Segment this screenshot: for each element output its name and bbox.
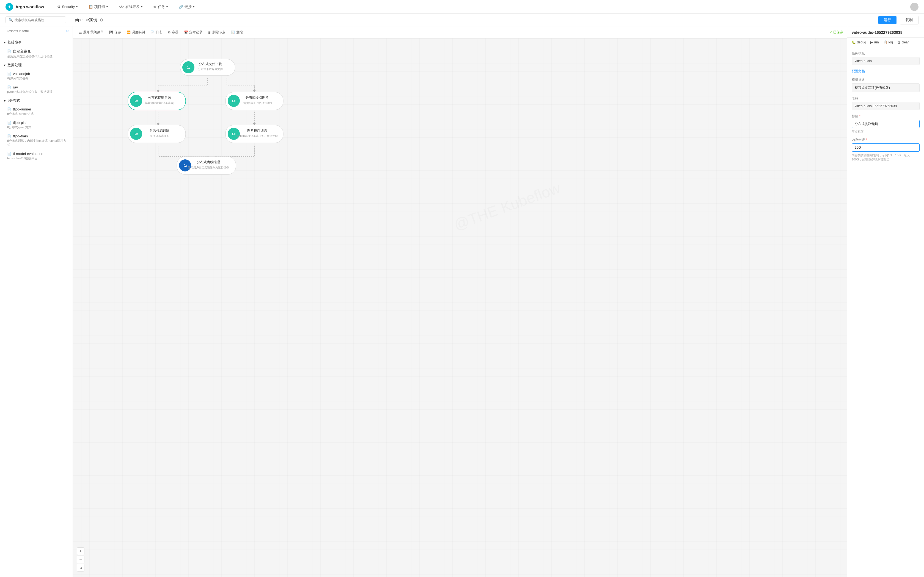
logo-icon: ✦ xyxy=(5,3,13,11)
list-item[interactable]: 📄 tfjob-plain tf分布式-plain方式 xyxy=(2,118,71,132)
svg-text:视频提取图片(分布式版): 视频提取图片(分布式版) xyxy=(242,102,272,105)
item-desc: tensorflow2.3模型评估 xyxy=(7,156,67,160)
tag-hint: 节点标签 xyxy=(852,130,919,134)
nav-links[interactable]: 🔗 链接 ▾ xyxy=(176,3,197,11)
zoom-controls: + − ⊡ xyxy=(77,547,84,572)
timing-button[interactable]: 📅 定时记录 xyxy=(182,29,205,36)
nav-security-label: Security xyxy=(62,5,75,9)
name-label: 名称 xyxy=(852,96,919,101)
category-tf[interactable]: ▾ tf分布式 xyxy=(0,97,73,105)
log-button[interactable]: 📄 日志 xyxy=(148,29,165,36)
search-input[interactable] xyxy=(15,18,63,22)
debug-button[interactable]: 🐛 debug xyxy=(852,40,866,44)
category-basic[interactable]: ▾ 基础命令 xyxy=(0,38,73,47)
second-toolbar: 🔍 pipeline实例 ⚙ 运行 复制 xyxy=(0,14,924,26)
list-item[interactable]: 📄 volcanojob 有序分布式任务 xyxy=(2,69,71,83)
template-desc-value: 视频提取音频(分布式版) xyxy=(852,83,919,92)
nav-online-dev[interactable]: </> 在线开发 ▾ xyxy=(116,3,145,11)
node-extract-audio[interactable]: 🗂 分布式提取音频 视频提取音频(分布式版) xyxy=(128,92,186,110)
monitor-button[interactable]: 📊 监控 xyxy=(229,29,245,36)
task-template-value: video-audio xyxy=(852,57,919,65)
memory-field: 内存申请 内存的资源使用限制，示例1G、10G，最大100G，如需更多联系管理员 xyxy=(852,138,919,161)
item-desc: 使用用户自定义镜像作为运行镜像 xyxy=(7,55,67,58)
config-doc-link[interactable]: 配置文档 xyxy=(852,69,919,74)
avatar[interactable] xyxy=(910,3,919,11)
log-label: 日志 xyxy=(156,30,162,35)
memory-input[interactable] xyxy=(852,143,919,152)
list-item[interactable]: 📄 自定义镜像 使用用户自定义镜像作为运行镜像 xyxy=(2,47,71,61)
nav-security[interactable]: ⚙ Security ▾ xyxy=(55,3,80,10)
node-audio-training[interactable]: 🗂 音频模态训练 有序分布式任务 xyxy=(128,125,186,143)
list-item[interactable]: 📄 tfjob-runner tf分布式-runner方式 xyxy=(2,105,71,118)
list-item[interactable]: 📄 tfjob-train tf分布式训练，内部支持plain和runner两种… xyxy=(2,132,71,149)
item-title: 自定义镜像 xyxy=(13,49,31,54)
container-icon: ⚙ xyxy=(168,31,171,34)
copy-button[interactable]: 复制 xyxy=(900,16,919,24)
log-tool-button[interactable]: 📋 log xyxy=(883,40,893,44)
doc-icon: 📄 xyxy=(7,72,11,76)
top-nav: ✦ Argo workflow ⚙ Security ▾ 📋 项目组 ▾ </>… xyxy=(0,0,924,14)
save-button[interactable]: 💾 保存 xyxy=(107,29,123,36)
logo[interactable]: ✦ Argo workflow xyxy=(5,3,44,11)
doc-icon: 📄 xyxy=(7,134,11,138)
tag-field: 标签 节点标签 xyxy=(852,114,919,134)
nav-project-label: 项目组 xyxy=(94,5,105,9)
memory-hint: 内存的资源使用限制，示例1G、10G，最大100G，如需更多联系管理员 xyxy=(852,153,919,161)
menu-icon: ☰ xyxy=(79,31,82,34)
run-button[interactable]: 运行 xyxy=(878,16,897,24)
svg-text:🗂: 🗂 xyxy=(183,163,187,168)
pipeline-svg: 🗂 分布式文件下载 分布式下载媒体文件 🗂 分布式提取音频 视频提取音频(分布式… xyxy=(73,39,847,577)
category-data-processing[interactable]: ▾ 数据处理 xyxy=(0,61,73,69)
page-title: pipeline实例 xyxy=(75,17,97,23)
clear-button[interactable]: 🗑 clear xyxy=(897,40,909,44)
category-tf-label: tf分布式 xyxy=(7,98,20,103)
svg-text:🗂: 🗂 xyxy=(232,132,236,136)
canvas-toolbar: ☰ 展开/关闭菜单 💾 保存 ⏩ 调度实例 📄 日志 ⚙ 容器 📅 定时记录 xyxy=(73,26,847,39)
refresh-icon[interactable]: ↻ xyxy=(66,29,69,33)
left-sidebar: 13 assets in total ↻ ▾ 基础命令 📄 自定义镜像 使用用户… xyxy=(0,26,73,577)
run-tool-button[interactable]: ▶ run xyxy=(871,40,879,44)
assets-count: 13 assets in total xyxy=(4,29,29,33)
svg-rect-0 xyxy=(73,39,847,577)
search-box[interactable]: 🔍 xyxy=(5,16,66,23)
svg-text:🗂: 🗂 xyxy=(232,98,236,103)
delete-node-button[interactable]: 🗑 删除节点 xyxy=(206,29,228,36)
nav-tasks[interactable]: ✉ 任务 ▾ xyxy=(151,3,170,11)
node-distributed-download[interactable]: 🗂 分布式文件下载 分布式下载媒体文件 xyxy=(180,59,235,76)
svg-text:分布式下载媒体文件: 分布式下载媒体文件 xyxy=(198,68,223,71)
category-data-label: 数据处理 xyxy=(7,63,22,68)
timing-icon: 📅 xyxy=(184,31,188,34)
zoom-fit-button[interactable]: ⊡ xyxy=(77,564,84,572)
sidebar-content: ▾ 基础命令 📄 自定义镜像 使用用户自定义镜像作为运行镜像 ▾ 数据处理 📄 … xyxy=(0,36,73,577)
doc-icon: 📄 xyxy=(7,121,11,125)
zoom-in-button[interactable]: + xyxy=(77,547,84,555)
list-item[interactable]: 📄 ray python多机分布式任务、数据处理 xyxy=(2,83,71,96)
doc-icon: 📄 xyxy=(7,50,11,53)
chevron-down-icon: ▾ xyxy=(193,5,194,8)
timing-label: 定时记录 xyxy=(189,30,202,35)
list-item[interactable]: 📄 tf-model-evaluation tensorflow2.3模型评估 xyxy=(2,150,71,163)
container-button[interactable]: ⚙ 容器 xyxy=(166,29,181,36)
svg-text:图片模态训练: 图片模态训练 xyxy=(247,129,267,132)
zoom-out-button[interactable]: − xyxy=(77,556,84,563)
collapse-icon: ▾ xyxy=(4,63,6,67)
item-title: ray xyxy=(13,85,18,89)
pipeline-canvas[interactable]: 🗂 分布式文件下载 分布式下载媒体文件 🗂 分布式提取音频 视频提取音频(分布式… xyxy=(73,39,847,577)
tag-input[interactable] xyxy=(852,120,919,128)
name-value: video-audio-1652279263038 xyxy=(852,102,919,110)
run-tool-label: run xyxy=(874,40,879,44)
nav-project[interactable]: 📋 项目组 ▾ xyxy=(86,3,110,11)
node-extract-image[interactable]: 🗂 分布式提取图片 视频提取图片(分布式版) xyxy=(226,92,283,110)
right-panel-body: 任务模板 video-audio 配置文档 模板描述 视频提取音频(分布式版) … xyxy=(847,47,924,165)
node-offline-inference[interactable]: 🗂 分布式离线推理 使用用户自定义镜像作为运行镜像 xyxy=(177,156,236,174)
item-desc: tf分布式-runner方式 xyxy=(7,112,67,116)
template-desc-label: 模板描述 xyxy=(852,77,919,82)
collapse-icon: ▾ xyxy=(4,98,6,103)
settings-icon[interactable]: ⚙ xyxy=(100,18,103,23)
search-icon: 🔍 xyxy=(8,18,13,22)
nav-links-label: 链接 xyxy=(184,5,192,9)
doc-icon: 📄 xyxy=(7,152,11,156)
schedule-button[interactable]: ⏩ 调度实例 xyxy=(124,29,147,36)
node-image-training[interactable]: 🗂 图片模态训练 python多机分布式任务、数据处理 xyxy=(226,125,283,143)
toggle-menu-button[interactable]: ☰ 展开/关闭菜单 xyxy=(77,29,106,36)
